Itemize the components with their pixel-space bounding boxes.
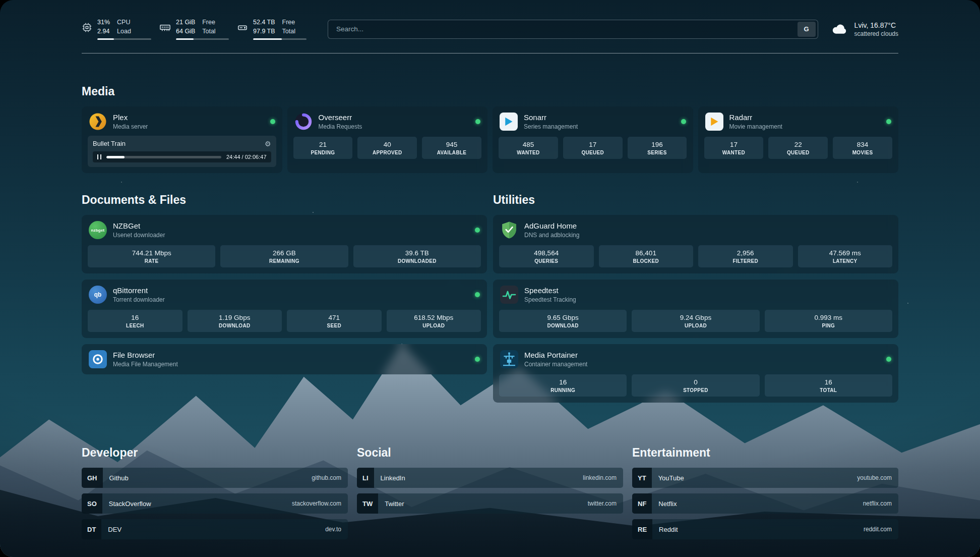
service-name: Overseerr (319, 113, 362, 122)
disk-progress-bar (253, 38, 307, 40)
stat-wanted: 485WANTED (499, 137, 558, 159)
service-name: NZBGet (113, 221, 165, 230)
bookmark-group-social: Social LI LinkedIn linkedin.com TW Twitt… (357, 446, 623, 545)
service-name: AdGuard Home (524, 221, 579, 230)
bookmark-name: DEV (108, 526, 121, 533)
documents-column: nzbget NZBGet Usenet downloader 744.21 M… (82, 215, 487, 409)
stat-approved: 40APPROVED (357, 137, 417, 159)
stat-blocked: 86,401BLOCKED (599, 245, 694, 267)
bookmark-url: dev.to (325, 526, 341, 533)
plex-now-playing: Bullet Train ⚙ 24:44 / 02:06:47 (88, 136, 276, 167)
search-provider-button[interactable]: G (798, 22, 816, 37)
service-card-sonarr[interactable]: Sonarr Series management 485WANTED 17QUE… (493, 106, 693, 173)
service-card-radarr[interactable]: Radarr Movie management 17WANTED 22QUEUE… (698, 106, 899, 173)
nzbget-icon: nzbget (89, 221, 107, 239)
bookmark-stackoverflow[interactable]: SO StackOverflow stackoverflow.com (82, 493, 348, 514)
dashboard-screen: 31% 2.94 CPU Load (0, 0, 980, 557)
service-card-portainer[interactable]: Media Portainer Container management 16R… (493, 344, 898, 403)
bookmark-url: stackoverflow.com (292, 500, 341, 507)
topbar-divider (82, 53, 898, 53)
bookmark-url: github.com (312, 474, 341, 481)
service-desc: Media server (113, 123, 148, 130)
memory-widget: 21 GiB 64 GiB Free Total (159, 18, 229, 40)
bookmark-github[interactable]: GH Github github.com (82, 468, 348, 488)
snow-specks (0, 0, 1, 1)
service-card-overseerr[interactable]: Overseerr Media Requests 21PENDING 40APP… (287, 106, 488, 173)
weather-widget: Lviv, 16.87°C scattered clouds (831, 21, 898, 37)
stat-movies: 834MOVIES (833, 137, 892, 159)
bookmark-linkedin[interactable]: LI LinkedIn linkedin.com (357, 468, 623, 488)
bookmark-name: StackOverflow (109, 500, 151, 508)
memory-progress-bar (176, 38, 229, 40)
memory-total-label: Total (202, 27, 215, 36)
bookmark-abbr: DT (82, 519, 101, 539)
stat-ping: 0.993 msPING (765, 310, 892, 332)
bookmark-name: LinkedIn (381, 474, 405, 482)
disk-total-value: 97.9 TB (253, 27, 275, 36)
stat-queries: 498,564QUERIES (499, 245, 594, 267)
bookmark-url: netflix.com (863, 500, 892, 507)
disk-icon (237, 22, 248, 33)
bookmark-youtube[interactable]: YT YouTube youtube.com (632, 468, 898, 488)
dual-columns: nzbget NZBGet Usenet downloader 744.21 M… (82, 215, 898, 409)
service-name: Radarr (729, 113, 782, 122)
sonarr-icon (500, 113, 518, 131)
playback-progress-bar[interactable] (106, 156, 221, 158)
status-online-dot (886, 357, 891, 362)
utilities-column: AdGuard Home DNS and adblocking 498,564Q… (493, 215, 898, 409)
bookmark-url: youtube.com (857, 474, 892, 481)
stat-rate: 744.21 MbpsRATE (88, 245, 215, 267)
cpu-label: CPU (117, 18, 131, 27)
bookmark-abbr: SO (82, 493, 102, 514)
status-online-dot (475, 292, 480, 297)
section-title-social: Social (357, 446, 623, 460)
qbittorrent-icon: qb (89, 286, 107, 304)
service-name: qBittorrent (113, 286, 165, 295)
bookmark-abbr: RE (632, 519, 652, 539)
service-name: Sonarr (524, 113, 578, 122)
overseerr-icon (294, 113, 313, 131)
dashboard-content: 31% 2.94 CPU Load (0, 0, 980, 557)
status-online-dot (681, 119, 686, 124)
service-desc: DNS and adblocking (524, 232, 579, 239)
bookmark-group-entertainment: Entertainment YT YouTube youtube.com NF … (632, 446, 898, 545)
bookmarks-section: Developer GH Github github.com SO StackO… (82, 446, 898, 545)
stat-download: 1.19 GbpsDOWNLOAD (188, 310, 282, 332)
stat-filtered: 2,956FILTERED (698, 245, 793, 267)
service-card-adguard[interactable]: AdGuard Home DNS and adblocking 498,564Q… (493, 215, 898, 273)
stat-leech: 16LEECH (88, 310, 182, 332)
speedtest-icon (500, 286, 518, 304)
pause-icon[interactable] (97, 154, 101, 159)
search-input[interactable] (335, 25, 798, 33)
adguard-icon (500, 221, 518, 239)
plex-icon (89, 113, 107, 131)
weather-location-temp: Lviv, 16.87°C (854, 21, 898, 29)
now-playing-title: Bullet Train (93, 140, 126, 147)
section-title-entertainment: Entertainment (632, 446, 898, 460)
service-name: File Browser (113, 351, 178, 359)
cpu-progress-bar (97, 38, 151, 40)
stat-pending: 21PENDING (293, 137, 353, 159)
radarr-icon (705, 113, 723, 131)
service-card-filebrowser[interactable]: File Browser Media File Management (82, 344, 487, 374)
stat-latency: 47.569 msLATENCY (798, 245, 893, 267)
service-card-speedtest[interactable]: Speedtest Speedtest Tracking 9.65 GbpsDO… (493, 280, 898, 338)
bookmark-url: twitter.com (588, 500, 617, 507)
bookmark-group-developer: Developer GH Github github.com SO StackO… (82, 446, 348, 545)
service-card-qbittorrent[interactable]: qb qBittorrent Torrent downloader 16LEEC… (82, 280, 487, 338)
bookmark-dev[interactable]: DT DEV dev.to (82, 519, 348, 539)
memory-total-value: 64 GiB (176, 27, 195, 36)
memory-icon (159, 22, 171, 33)
service-card-nzbget[interactable]: nzbget NZBGet Usenet downloader 744.21 M… (82, 215, 487, 273)
stat-downloaded: 39.6 TBDOWNLOADED (353, 245, 481, 267)
service-desc: Media File Management (113, 361, 178, 368)
bookmark-netflix[interactable]: NF Netflix netflix.com (632, 493, 898, 514)
status-online-dot (270, 119, 275, 124)
service-name: Plex (113, 113, 148, 122)
service-card-plex[interactable]: Plex Media server Bullet Train ⚙ (82, 106, 282, 173)
settings-icon[interactable]: ⚙ (265, 140, 271, 147)
bookmark-reddit[interactable]: RE Reddit reddit.com (632, 519, 898, 539)
service-desc: Container management (524, 361, 587, 368)
section-media: Media Plex Media server (82, 85, 898, 173)
bookmark-twitter[interactable]: TW Twitter twitter.com (357, 493, 623, 514)
